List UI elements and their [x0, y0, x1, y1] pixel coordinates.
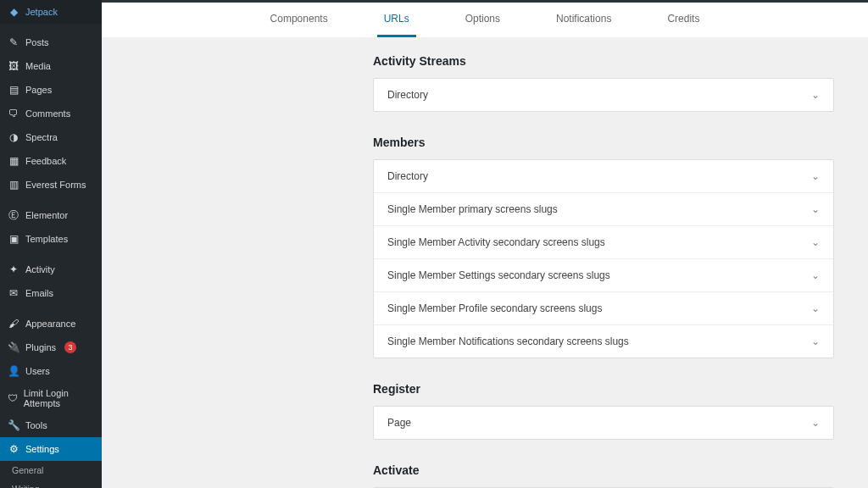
settings-icon: ⚙ — [7, 442, 20, 456]
pin-icon: ✎ — [7, 36, 20, 49]
sidebar-item-elementor[interactable]: ⒺElementor — [0, 203, 102, 227]
sidebar-item-comments[interactable]: 🗨Comments — [0, 102, 102, 125]
sidebar-item-plugins[interactable]: 🔌Plugins3 — [0, 336, 102, 359]
email-icon: ✉ — [7, 286, 20, 300]
plugin-icon: 🔌 — [7, 341, 20, 354]
sidebar-item-tools[interactable]: 🔧Tools — [0, 413, 102, 437]
tab-bar: Components URLs Options Notifications Cr… — [102, 0, 868, 37]
panel-row-settings-slugs[interactable]: Single Member Settings secondary screens… — [374, 259, 833, 292]
content-area: Activity Streams Directory⌄ Members Dire… — [102, 37, 868, 488]
tab-credits[interactable]: Credits — [660, 3, 706, 37]
sidebar-item-users[interactable]: 👤Users — [0, 359, 102, 383]
section-activate: Activate Page⌄ — [373, 463, 834, 488]
feedback-icon: ▦ — [7, 154, 20, 168]
chevron-down-icon: ⌄ — [811, 170, 820, 182]
tool-icon: 🔧 — [7, 419, 20, 432]
panel-list: Page⌄ — [373, 406, 834, 440]
section-title: Register — [373, 382, 834, 396]
section-title: Members — [373, 136, 834, 149]
section-activity-streams: Activity Streams Directory⌄ — [373, 54, 834, 112]
sidebar-item-pages[interactable]: ▤Pages — [0, 78, 102, 102]
sidebar-item-templates[interactable]: ▣Templates — [0, 227, 102, 251]
chevron-down-icon: ⌄ — [811, 302, 820, 314]
section-members: Members Directory⌄ Single Member primary… — [373, 136, 834, 358]
chevron-down-icon: ⌄ — [811, 269, 820, 281]
chevron-down-icon: ⌄ — [811, 336, 820, 347]
comment-icon: 🗨 — [7, 107, 20, 120]
panel-row-notifications-slugs[interactable]: Single Member Notifications secondary sc… — [374, 325, 833, 358]
chevron-down-icon: ⌄ — [811, 417, 820, 429]
chevron-down-icon: ⌄ — [811, 203, 820, 215]
section-title: Activate — [373, 463, 834, 477]
sidebar-item-everest-forms[interactable]: ▥Everest Forms — [0, 173, 102, 197]
sidebar-item-spectra[interactable]: ◑Spectra — [0, 125, 102, 149]
panel-list: Directory⌄ — [373, 78, 834, 112]
template-icon: ▣ — [7, 232, 20, 246]
section-title: Activity Streams — [373, 54, 834, 68]
plugin-update-badge: 3 — [64, 341, 76, 353]
sidebar-item-media[interactable]: 🖾Media — [0, 54, 102, 78]
panel-list: Directory⌄ Single Member primary screens… — [373, 159, 834, 358]
jetpack-icon: ◆ — [7, 5, 20, 19]
chevron-down-icon: ⌄ — [811, 236, 820, 248]
sidebar-item-posts[interactable]: ✎Posts — [0, 30, 102, 54]
sidebar-item-jetpack[interactable]: ◆Jetpack — [0, 0, 102, 24]
sidebar-item-feedback[interactable]: ▦Feedback — [0, 149, 102, 173]
sidebar-item-activity[interactable]: ✦Activity — [0, 258, 102, 281]
lock-icon: 🛡 — [7, 391, 19, 405]
media-icon: 🖾 — [7, 59, 20, 73]
sidebar-item-settings[interactable]: ⚙Settings — [0, 437, 102, 461]
panel-row-profile-slugs[interactable]: Single Member Profile secondary screens … — [374, 292, 833, 325]
admin-sidebar: ◆Jetpack ✎Posts 🖾Media ▤Pages 🗨Comments … — [0, 0, 102, 488]
sidebar-item-limit-login[interactable]: 🛡Limit Login Attempts — [0, 383, 102, 413]
form-icon: ▥ — [7, 178, 20, 191]
sidebar-sub-general[interactable]: General — [0, 461, 102, 480]
sidebar-item-emails[interactable]: ✉Emails — [0, 281, 102, 305]
spectra-icon: ◑ — [7, 130, 20, 144]
tab-components[interactable]: Components — [264, 3, 335, 37]
elementor-icon: Ⓔ — [7, 208, 20, 222]
tab-options[interactable]: Options — [459, 3, 507, 37]
main-area: Components URLs Options Notifications Cr… — [102, 0, 868, 488]
section-register: Register Page⌄ — [373, 382, 834, 440]
tab-notifications[interactable]: Notifications — [549, 3, 618, 37]
panel-row-directory[interactable]: Directory⌄ — [374, 160, 833, 193]
sidebar-sub-writing[interactable]: Writing — [0, 480, 102, 488]
panel-row-activity-slugs[interactable]: Single Member Activity secondary screens… — [374, 226, 833, 259]
panel-row-primary-slugs[interactable]: Single Member primary screens slugs⌄ — [374, 193, 833, 226]
panel-row-directory[interactable]: Directory⌄ — [374, 79, 833, 111]
tab-urls[interactable]: URLs — [377, 3, 416, 37]
page-icon: ▤ — [7, 83, 20, 97]
chevron-down-icon: ⌄ — [811, 89, 820, 101]
activity-icon: ✦ — [7, 263, 20, 276]
sidebar-item-appearance[interactable]: 🖌Appearance — [0, 312, 102, 336]
panel-row-page[interactable]: Page⌄ — [374, 407, 833, 439]
user-icon: 👤 — [7, 364, 20, 378]
appearance-icon: 🖌 — [7, 317, 20, 330]
